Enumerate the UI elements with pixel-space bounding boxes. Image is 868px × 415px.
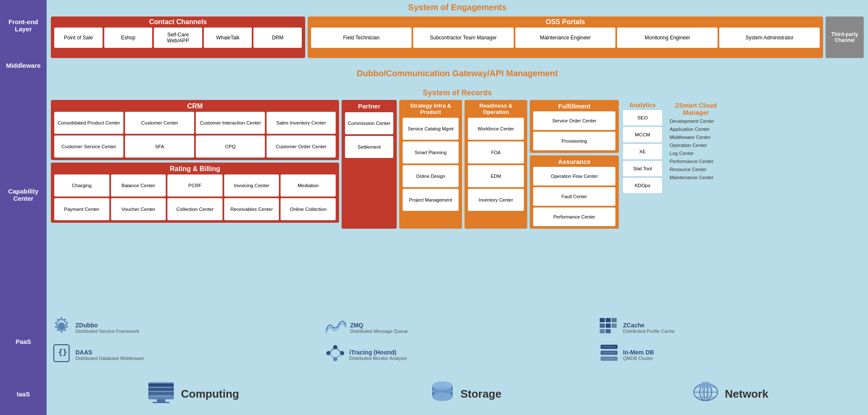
fulfill-grid: Service Order Center Provisioning bbox=[533, 111, 615, 150]
rb-mediation: Mediation bbox=[281, 174, 336, 196]
crm-box: CRM Consolidated Product Center Customer… bbox=[51, 100, 339, 160]
fulfill-provisioning: Provisioning bbox=[533, 132, 615, 150]
svg-point-46 bbox=[706, 384, 712, 388]
partner-col: Partner Commission Center Settlement bbox=[342, 100, 397, 229]
sor-body: CRM Consolidated Product Center Customer… bbox=[51, 100, 864, 229]
paas-zmq-desc: Distributed Message Queue bbox=[350, 329, 408, 334]
contact-channels-title: Contact Channels bbox=[54, 18, 302, 26]
sor-title: System of Records bbox=[51, 89, 864, 97]
memdb-icon bbox=[598, 343, 620, 367]
paas-grid: ZDubbo Distributed Service Framework ZMQ… bbox=[51, 316, 864, 367]
iaas-storage-label: Storage bbox=[460, 387, 501, 401]
oss-subcontractor: Subcontractor Team Manager bbox=[413, 28, 514, 48]
crm-order: Customer Order Center bbox=[267, 136, 336, 158]
strategy-catalog: Service Catalog Mgmt bbox=[403, 118, 459, 140]
analytics-stat: Stat Tool bbox=[623, 161, 662, 176]
svg-point-45 bbox=[700, 384, 706, 388]
paas-itracing: iTracing (Hound) Distributed Monitor Ana… bbox=[325, 343, 590, 367]
frontend-row: Contact Channels Point of Sale Eshop Sel… bbox=[47, 14, 868, 61]
svg-rect-3 bbox=[606, 318, 611, 322]
gear-icon bbox=[51, 316, 72, 340]
assure-title: Assurance bbox=[533, 158, 615, 165]
soe-title: System of Engagements bbox=[47, 0, 868, 14]
paas-inmem-text: In-Mem DB QMDB Cluster bbox=[623, 349, 654, 361]
paas-zcache-desc: Distributed Profile Cache bbox=[623, 329, 675, 334]
rb-box: Rating & Billing Charging Balance Center… bbox=[51, 163, 339, 223]
partner-settlement: Settlement bbox=[345, 136, 393, 158]
paas-inmem-desc: QMDB Cluster bbox=[623, 356, 654, 361]
assure-box: Assurance Operation Flow Center Fault Ce… bbox=[530, 155, 619, 229]
svg-rect-5 bbox=[600, 324, 605, 328]
label-frontend: Front-end Layer bbox=[0, 0, 47, 51]
strategy-col: Strategy Infra & Product Service Catalog… bbox=[399, 100, 462, 229]
analytics-mccm: MCCM bbox=[623, 127, 662, 142]
svg-rect-2 bbox=[600, 318, 605, 322]
fulfill-assure-col: Fulfillment Service Order Center Provisi… bbox=[530, 100, 619, 229]
paas-itracing-name: iTracing (Hound) bbox=[349, 349, 407, 356]
rb-online-collection: Online Collection bbox=[281, 198, 336, 220]
architecture-diagram: Front-end Layer Middleware Capability Ce… bbox=[0, 0, 868, 415]
strategy-design: Online Design bbox=[403, 165, 459, 187]
readiness-grid: Workforce Center FOA EDM Inventory Cente… bbox=[468, 118, 524, 211]
svg-rect-6 bbox=[606, 324, 611, 328]
channel-pos: Point of Sale bbox=[54, 28, 103, 48]
rb-balance: Balance Center bbox=[111, 174, 166, 196]
channel-selfcare: Self-Care Web/APP bbox=[154, 28, 202, 48]
partner-title: Partner bbox=[345, 102, 393, 110]
analytics-xe: XE bbox=[623, 144, 662, 159]
oss-portals-title: OSS Portals bbox=[311, 18, 820, 26]
readiness-inventory: Inventory Center bbox=[468, 189, 524, 211]
partner-box: Partner Commission Center Settlement bbox=[342, 100, 397, 229]
zsmart-app: Application Center bbox=[668, 126, 724, 133]
paas-inmem-name: In-Mem DB bbox=[623, 349, 654, 356]
strategy-box: Strategy Infra & Product Service Catalog… bbox=[399, 100, 462, 229]
wave-icon bbox=[325, 318, 347, 338]
svg-rect-28 bbox=[148, 384, 174, 387]
blocks-icon bbox=[598, 317, 620, 338]
oss-field: Field Technician bbox=[311, 28, 412, 48]
contact-channels-box: Contact Channels Point of Sale Eshop Sel… bbox=[51, 17, 305, 58]
iaas-storage: Storage bbox=[430, 379, 501, 409]
svg-rect-4 bbox=[612, 318, 617, 322]
paas-itracing-text: iTracing (Hound) Distributed Monitor Ana… bbox=[349, 349, 407, 361]
paas-zdubbo-name: ZDubbo bbox=[75, 322, 139, 329]
svg-rect-7 bbox=[612, 324, 617, 328]
crm-grid: Consolidated Product Center Customer Cen… bbox=[54, 112, 336, 158]
oss-sysadmin: System Administrator bbox=[719, 28, 820, 48]
fulfill-service-order: Service Order Center bbox=[533, 111, 615, 130]
zsmart-operation: Operation Center bbox=[668, 142, 724, 149]
zsmart-title: ZSmart Cloud Manager bbox=[668, 102, 724, 116]
analytics-seo: SEO bbox=[623, 110, 662, 125]
rb-grid: Charging Balance Center PCRF Invoicing C… bbox=[54, 174, 336, 220]
svg-line-17 bbox=[335, 347, 342, 353]
strategy-planning: Smart Planning bbox=[403, 141, 459, 163]
paas-row: ZDubbo Distributed Service Framework ZMQ… bbox=[47, 310, 868, 373]
svg-text:{}: {} bbox=[58, 348, 67, 357]
crm-interaction: Customer Interaction Center bbox=[196, 112, 265, 134]
oss-monitoring: Monitoring Engineer bbox=[617, 28, 718, 48]
crm-consolidated: Consolidated Product Center bbox=[54, 112, 123, 134]
paas-daas: {} DAAS Distributed Database Middleware bbox=[51, 343, 316, 367]
paas-zdubbo-desc: Distributed Service Framework bbox=[75, 329, 139, 334]
iaas-row: Computing Storage bbox=[47, 373, 868, 415]
fulfill-title: Fulfillment bbox=[533, 102, 615, 110]
channels-grid: Point of Sale Eshop Self-Care Web/APP Wh… bbox=[54, 28, 302, 48]
oss-portals-box: OSS Portals Field Technician Subcontract… bbox=[308, 17, 823, 58]
svg-rect-30 bbox=[148, 392, 174, 395]
paas-zcache-name: ZCache bbox=[623, 322, 675, 329]
paas-itracing-desc: Distributed Monitor Analysis bbox=[349, 356, 407, 361]
label-capability: Capability Center bbox=[0, 80, 47, 310]
storage-icon bbox=[430, 379, 455, 409]
svg-line-18 bbox=[335, 353, 342, 359]
middleware-row: Dubbo/Communication Gateway/API Manageme… bbox=[47, 61, 868, 86]
crm-title: CRM bbox=[54, 102, 336, 110]
paas-zcache: ZCache Distributed Profile Cache bbox=[598, 316, 864, 340]
paas-daas-name: DAAS bbox=[75, 349, 144, 356]
readiness-box: Readiness & Operation Workforce Center F… bbox=[465, 100, 527, 229]
paas-zdubbo-text: ZDubbo Distributed Service Framework bbox=[75, 322, 139, 334]
fulfill-box: Fulfillment Service Order Center Provisi… bbox=[530, 100, 619, 153]
trace-icon bbox=[325, 343, 346, 367]
oss-maintenance: Maintenance Engineer bbox=[515, 28, 616, 48]
paas-daas-desc: Distributed Database Middleware bbox=[75, 356, 144, 361]
paas-zdubbo: ZDubbo Distributed Service Framework bbox=[51, 316, 316, 340]
